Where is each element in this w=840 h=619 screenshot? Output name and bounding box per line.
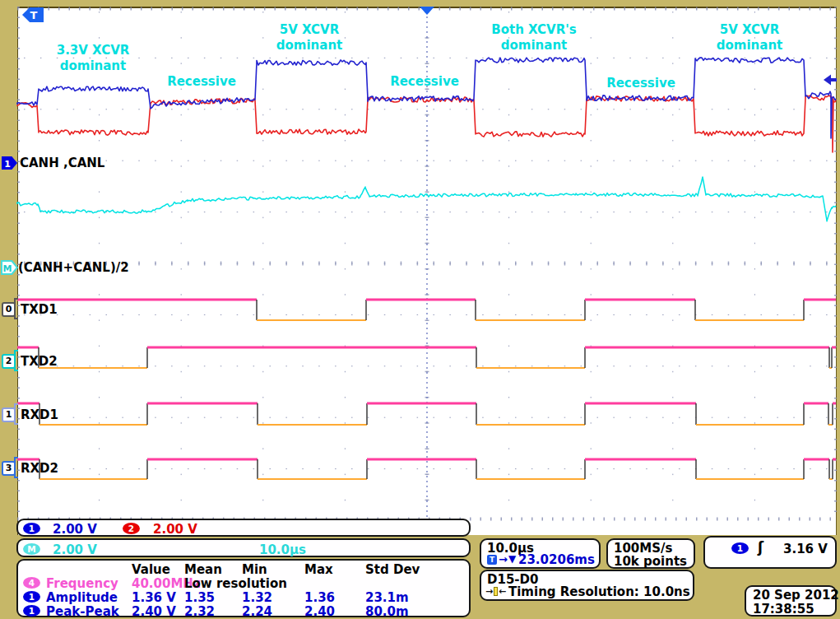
ch1-badge: 1 — [23, 523, 40, 534]
analog-channel-label: (CANH+CANL)/2 — [18, 260, 129, 275]
time-value: 17:38:55 — [753, 602, 814, 617]
date-value: 20 Sep 2012 — [753, 588, 839, 603]
trigger-level-value: 3.16 V — [783, 542, 828, 556]
measurement-header: Min — [242, 562, 267, 577]
measurement-mean: 2.32 — [184, 604, 215, 619]
timing-resolution: Timing Resolution: 10.0ns — [508, 584, 690, 599]
svg-text:T: T — [30, 9, 38, 21]
bus-state-annotation: 3.3V XCVRdominant — [57, 43, 130, 74]
oscilloscope-display: T1M 3.3V XCVRdominantRecessive5V XCVRdom… — [0, 0, 840, 619]
digital-channel-bracket — [14, 457, 18, 478]
digital-channel-bracket — [14, 298, 18, 319]
measurement-max: 1.36 — [304, 590, 335, 605]
trigger-slope-icon: ʃ — [758, 539, 763, 556]
bus-state-annotation: Recessive — [167, 74, 236, 90]
horizontal-box: 10.0µs T → ▼ 23.0206ms — [480, 538, 601, 569]
triangle-down-icon: ▼ — [508, 553, 516, 565]
ch1-scale-value: 2.00 V — [53, 522, 97, 537]
digital-box: D15-D0 → ← Timing Resolution: 10.0ns — [480, 570, 694, 601]
trigger-box: 1 ʃ 3.16 V — [703, 536, 837, 569]
record-length: 10k points — [614, 554, 687, 569]
measurement-name: Frequency — [46, 576, 118, 591]
math-timebase-value: 10.0µs — [259, 542, 306, 557]
measurement-header: Std Dev — [365, 562, 420, 577]
measurement-header: Mean — [184, 562, 222, 577]
measurement-mean: 1.35 — [184, 590, 215, 605]
digital-channel-bracket — [14, 403, 18, 425]
arrow-right-icon: → — [499, 553, 508, 565]
analog-channel-label: CANH ,CANL — [20, 156, 104, 170]
measurement-name: Peak-Peak — [46, 604, 119, 619]
measurement-header: Max — [304, 562, 333, 577]
measurement-table: ValueMeanMinMaxStd Dev4Frequency40.00MHz… — [16, 559, 471, 617]
bus-state-annotation: Recessive — [606, 76, 675, 91]
math-scale-value: 2.00 V — [53, 542, 97, 557]
bus-state-annotation: Recessive — [390, 74, 459, 90]
measurement-badge: 1 — [23, 605, 40, 617]
measurement-badge: 4 — [23, 577, 40, 589]
digital-channel-bracket — [14, 350, 18, 371]
measurement-min: 1.32 — [242, 590, 272, 605]
datetime-box: 20 Sep 2012 17:38:55 — [745, 585, 837, 617]
measurement-header: Value — [132, 562, 170, 577]
measurement-mean: Low resolution — [184, 576, 287, 591]
trigger-t-icon: T — [487, 555, 497, 565]
measurement-stddev: 23.1m — [365, 590, 409, 605]
svg-text:M: M — [3, 263, 12, 274]
trigger-source-badge: 1 — [731, 542, 749, 554]
ch2-scale-value: 2.00 V — [153, 522, 197, 537]
timing-bar-icon — [494, 587, 498, 596]
bus-state-annotation: Both XCVR'sdominant — [491, 22, 577, 54]
bus-state-annotation: 5V XCVRdominant — [276, 22, 342, 54]
measurement-value: 1.36 V — [132, 590, 176, 605]
math-badge: M — [23, 543, 40, 555]
measurement-max: 2.40 — [304, 604, 335, 619]
digital-channel-label: RXD1 — [21, 407, 58, 422]
channel-scale-box: 1 2.00 V 2 2.00 V — [16, 519, 471, 537]
ch2-badge: 2 — [123, 523, 140, 534]
digital-channel-label: TXD1 — [21, 302, 58, 317]
measurement-badge: 1 — [23, 591, 40, 603]
svg-text:1: 1 — [4, 159, 11, 170]
measurement-min: 2.24 — [242, 604, 272, 619]
timing-right-arrow-icon: → — [485, 586, 493, 597]
trigger-delay-value: 23.0206ms — [518, 552, 595, 567]
digital-channel-label: TXD2 — [21, 354, 58, 369]
measurement-name: Amplitude — [46, 590, 118, 605]
timing-left-arrow-icon: ← — [499, 586, 506, 597]
measurement-value: 2.40 V — [132, 604, 176, 619]
acquisition-box: 100MS/s 10k points — [606, 538, 695, 569]
bus-state-annotation: 5V XCVRdominant — [717, 22, 782, 54]
measurement-stddev: 80.0m — [365, 604, 409, 619]
math-scale-box: M 2.00 V 10.0µs — [16, 538, 471, 557]
digital-channel-label: RXD2 — [21, 461, 58, 476]
